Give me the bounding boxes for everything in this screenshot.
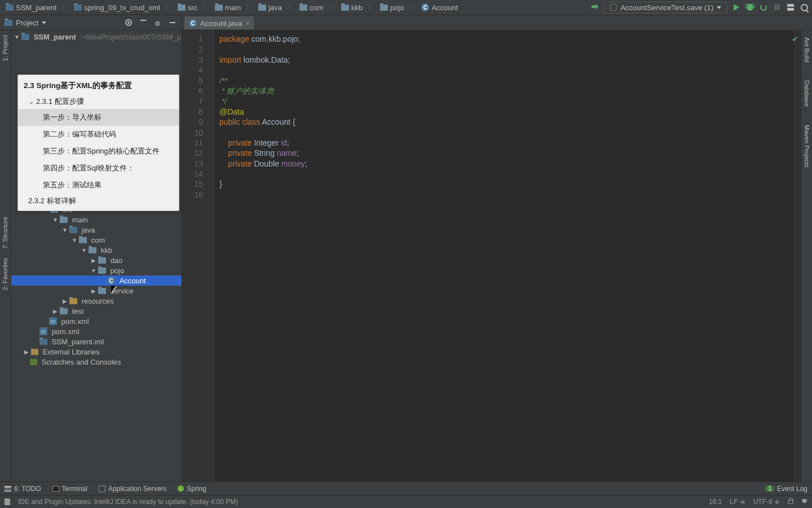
crumb-main[interactable]: main〉 [213,1,255,14]
notification-icon[interactable] [5,498,10,505]
code-editor[interactable]: 1234 5678 9101112 13141516 package com.k… [182,30,801,481]
code-area[interactable]: package com.kkb.pojo; import lombok.Data… [214,30,794,481]
play-icon [734,4,739,11]
crumb-pojo[interactable]: pojo〉 [378,1,418,14]
tool-tab-project[interactable]: 1: Project [0,30,10,65]
search-icon [801,4,808,11]
project-view-selector[interactable]: Project [5,19,121,27]
run-config-selector[interactable]: AccountServiceTest.save (1) [604,2,727,14]
tool-tab-favorites[interactable]: 2: Favorites [0,253,10,295]
folder-icon [98,288,106,294]
tree-iml[interactable]: SSM_parent.iml [11,336,182,347]
popup-step-1[interactable]: 第一步：导入坐标 [18,109,179,126]
crumb-ssm-parent[interactable]: SSM_parent〉 [3,1,70,14]
tree-com[interactable]: ▼ com [11,235,182,245]
run-button[interactable] [732,3,741,12]
gear-icon [155,19,161,26]
class-icon: C [421,3,429,11]
tree-test[interactable]: ▶ test [11,306,182,316]
left-tool-strip: 1: Project 7: Structure 2: Favorites [0,30,11,481]
tree-main[interactable]: ▼ main [11,214,182,225]
popup-step-4[interactable]: 第四步：配置Sql映射文件： [18,160,179,177]
scratch-icon [30,359,37,365]
crumb-spring09[interactable]: spring_09_tx_crud_xml〉 [72,1,174,14]
stop-icon [774,5,780,10]
editor-tab-account[interactable]: C Account.java × [184,16,254,29]
rerun-button[interactable] [759,3,768,12]
close-tab-button[interactable]: × [245,19,250,27]
build-button[interactable] [590,3,599,12]
tree-account-class[interactable]: C Account [11,275,182,286]
tool-tab-terminal[interactable]: Terminal [52,485,87,493]
tool-tab-appservers[interactable]: Application Servers [99,485,166,493]
popup-section-231[interactable]: 2.3.1 配置步骤 [18,94,179,109]
crumb-src[interactable]: src〉 [175,1,211,14]
crumb-java[interactable]: java〉 [256,1,296,14]
tool-tab-structure[interactable]: 7: Structure [0,212,10,253]
tool-tab-eventlog[interactable]: 1Event Log [765,485,807,493]
line-separator[interactable]: LF ≑ [730,498,745,506]
line-number-gutter[interactable]: 1234 5678 9101112 13141516 [182,30,214,481]
search-everywhere-button[interactable] [800,3,809,12]
right-tool-strip: Ant Build Database Maven Projects [801,30,812,481]
inspection-ok-icon[interactable]: ✔ [792,34,798,44]
resources-folder-icon [69,298,77,304]
layout-button[interactable] [786,3,795,12]
tree-kkb[interactable]: ▼ kkb [11,245,182,255]
tree-pojo[interactable]: ▼ pojo [11,265,182,275]
editor-tabs: C Account.java × [182,15,812,30]
tool-tab-spring[interactable]: Spring [178,485,206,493]
readonly-lock-icon[interactable] [788,500,793,504]
tree-external-libraries[interactable]: ▶ External Libraries [11,347,182,357]
scroll-from-source-button[interactable] [124,18,133,27]
module-icon [74,5,82,11]
server-icon [99,485,105,492]
minus-icon [170,22,175,23]
main-area: 1: Project 7: Structure 2: Favorites ▼ S… [0,30,812,481]
tree-service[interactable]: ▶ service [11,286,182,296]
popup-step-2[interactable]: 第二步：编写基础代码 [18,126,179,143]
tree-resources[interactable]: ▶ resources [11,296,182,306]
bug-icon [747,4,753,11]
status-message[interactable]: IDE and Plugin Updates: IntelliJ IDEA is… [18,498,238,506]
popup-step-3[interactable]: 第三步：配置Spring的核心配置文件 [18,143,179,160]
stop-button[interactable] [773,3,782,12]
breadcrumb: SSM_parent〉 spring_09_tx_crud_xml〉 src〉 … [3,1,589,14]
project-title: Project [16,19,38,27]
tree-scratches[interactable]: Scratches and Consoles [11,357,182,367]
cursor-position[interactable]: 16:1 [709,498,722,506]
class-icon: C [189,19,197,27]
chevron-down-icon [42,21,46,24]
tree-root[interactable]: ▼ SSM_parent~/IdeaProject/class007/SSM_p [11,32,182,42]
tree-pom-child[interactable]: m pom.xml [11,316,182,326]
mouse-cursor [111,286,118,296]
run-config-label: AccountServiceTest.save (1) [620,3,713,12]
crumb-com[interactable]: com〉 [297,1,338,14]
tool-tab-ant[interactable]: Ant Build [802,33,812,67]
popup-section-232[interactable]: 2.3.2 标签详解 [18,194,179,211]
status-bar: IDE and Plugin Updates: IntelliJ IDEA is… [0,495,812,508]
tree-pom-parent[interactable]: m pom.xml [11,326,182,336]
hide-button[interactable] [168,18,177,27]
crumb-account[interactable]: CAccount [419,2,460,13]
error-stripe[interactable] [794,30,801,481]
collapse-all-button[interactable] [139,18,148,27]
settings-button[interactable] [153,18,162,27]
file-encoding[interactable]: UTF-8 ≑ [753,498,780,506]
tool-tab-maven[interactable]: Maven Projects [802,120,812,172]
tree-dao[interactable]: ▶ dao [11,255,182,265]
tree-java[interactable]: ▼ java [11,225,182,235]
tool-tab-todo[interactable]: 6: TODO [5,485,41,493]
hammer-icon [592,4,598,11]
tool-tab-database[interactable]: Database [802,76,812,111]
popup-step-5[interactable]: 第五步：测试结果 [18,177,179,194]
hector-icon[interactable] [801,499,807,505]
maven-icon: m [39,327,47,335]
test-config-icon [610,4,617,11]
folder-icon [98,257,106,264]
debug-button[interactable] [745,3,754,12]
class-icon: C [107,277,115,284]
refresh-icon [760,4,767,11]
crumb-kkb[interactable]: kkb〉 [339,1,377,14]
folder-icon [89,247,96,253]
